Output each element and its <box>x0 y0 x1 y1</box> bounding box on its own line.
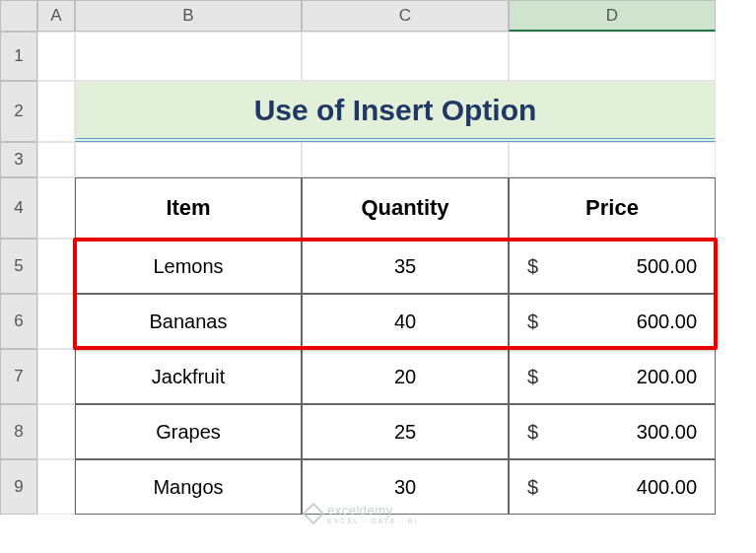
row-header-8[interactable]: 8 <box>0 404 37 459</box>
currency-symbol: $ <box>527 311 538 333</box>
price-4[interactable]: $ 400.00 <box>509 459 716 515</box>
header-price[interactable]: Price <box>509 177 716 239</box>
cell-A8[interactable] <box>37 404 75 459</box>
item-1[interactable]: Bananas <box>75 294 302 349</box>
item-2[interactable]: Jackfruit <box>75 349 302 404</box>
row-header-7[interactable]: 7 <box>0 349 37 404</box>
col-header-B[interactable]: B <box>75 0 302 32</box>
watermark-tagline: EXCEL · DATA · BI <box>327 518 418 524</box>
row-header-3[interactable]: 3 <box>0 142 37 177</box>
spreadsheet-grid: A B C D 1 2 Use of Insert Option 3 4 Ite… <box>0 0 756 515</box>
row-header-6[interactable]: 6 <box>0 294 37 349</box>
cell-D3[interactable] <box>509 142 716 177</box>
title-cell[interactable]: Use of Insert Option <box>75 81 716 142</box>
price-value: 500.00 <box>637 255 697 278</box>
price-value: 300.00 <box>637 421 697 444</box>
cell-A3[interactable] <box>37 142 75 177</box>
col-header-C[interactable]: C <box>302 0 509 32</box>
item-3[interactable]: Grapes <box>75 404 302 459</box>
cell-A7[interactable] <box>37 349 75 404</box>
col-header-D[interactable]: D <box>509 0 716 32</box>
header-quantity[interactable]: Quantity <box>302 177 509 239</box>
watermark: exceldemy EXCEL · DATA · BI <box>306 503 418 524</box>
qty-0[interactable]: 35 <box>302 239 509 294</box>
watermark-icon <box>303 503 325 525</box>
currency-symbol: $ <box>527 255 538 278</box>
select-all-corner[interactable] <box>0 0 37 32</box>
currency-symbol: $ <box>527 366 538 388</box>
currency-symbol: $ <box>527 476 538 499</box>
price-0[interactable]: $ 500.00 <box>509 239 716 294</box>
cell-C3[interactable] <box>302 142 509 177</box>
cell-A5[interactable] <box>37 239 75 294</box>
row-header-1[interactable]: 1 <box>0 32 37 81</box>
cell-A2[interactable] <box>37 81 75 142</box>
price-value: 400.00 <box>637 476 697 499</box>
cell-B1[interactable] <box>75 32 302 81</box>
currency-symbol: $ <box>527 421 538 444</box>
qty-3[interactable]: 25 <box>302 404 509 459</box>
qty-1[interactable]: 40 <box>302 294 509 349</box>
price-2[interactable]: $ 200.00 <box>509 349 716 404</box>
row-header-2[interactable]: 2 <box>0 81 37 142</box>
price-1[interactable]: $ 600.00 <box>509 294 716 349</box>
price-3[interactable]: $ 300.00 <box>509 404 716 459</box>
cell-A1[interactable] <box>37 32 75 81</box>
price-value: 200.00 <box>637 366 697 388</box>
row-header-4[interactable]: 4 <box>0 177 37 239</box>
cell-A6[interactable] <box>37 294 75 349</box>
price-value: 600.00 <box>637 311 697 333</box>
item-4[interactable]: Mangos <box>75 459 302 515</box>
col-header-A[interactable]: A <box>37 0 75 32</box>
row-header-9[interactable]: 9 <box>0 459 37 515</box>
cell-A4[interactable] <box>37 177 75 239</box>
cell-C1[interactable] <box>302 32 509 81</box>
qty-2[interactable]: 20 <box>302 349 509 404</box>
cell-A9[interactable] <box>37 459 75 515</box>
item-0[interactable]: Lemons <box>75 239 302 294</box>
row-header-5[interactable]: 5 <box>0 239 37 294</box>
cell-D1[interactable] <box>509 32 716 81</box>
watermark-brand: exceldemy <box>327 503 393 518</box>
header-item[interactable]: Item <box>75 177 302 239</box>
cell-B3[interactable] <box>75 142 302 177</box>
